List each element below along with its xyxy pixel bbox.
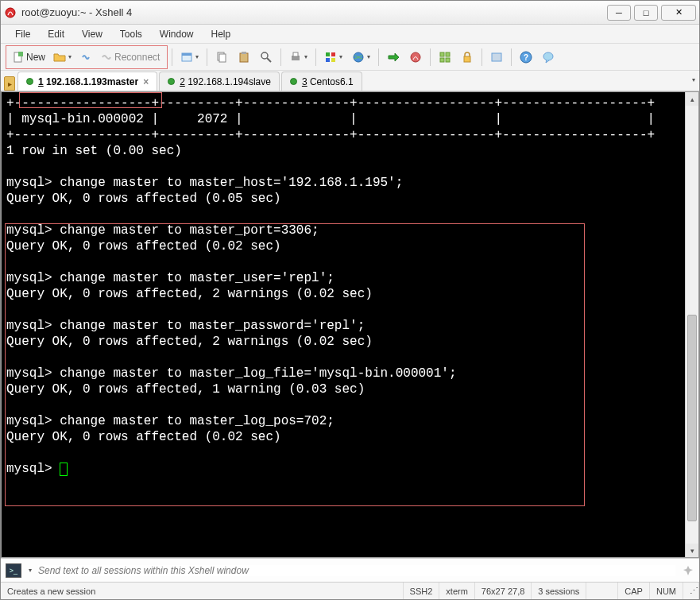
tabbar: ▸ 1 192.168.1.193master×2 192.168.1.194s… [1, 71, 699, 91]
svg-point-0 [6, 8, 15, 17]
properties-button[interactable]: ▾ [176, 48, 203, 67]
xftp-button[interactable] [383, 48, 404, 67]
disconnect-icon [79, 51, 92, 64]
svg-point-9 [261, 52, 268, 59]
encoding-button[interactable]: ▾ [348, 48, 374, 67]
menu-window[interactable]: Window [152, 26, 202, 42]
menubar: File Edit View Tools Window Help [1, 25, 699, 44]
vertical-scrollbar[interactable]: ▴ ▾ [685, 92, 698, 557]
svg-rect-12 [293, 52, 298, 56]
statusbar: Creates a new session SSH2 xterm 76x27 2… [1, 582, 699, 599]
close-button[interactable]: ✕ [661, 5, 696, 21]
help-button[interactable]: ? [516, 48, 536, 67]
dropdown-arrow-icon: ▾ [68, 53, 72, 60]
svg-rect-20 [446, 52, 450, 56]
status-protocol: SSH2 [404, 583, 440, 599]
svg-rect-6 [219, 54, 226, 62]
svg-rect-23 [464, 56, 470, 62]
svg-rect-14 [331, 52, 335, 56]
tab-label: 1 192.168.1.193master [38, 76, 138, 87]
svg-rect-7 [240, 53, 248, 62]
menu-file[interactable]: File [7, 26, 38, 42]
titlebar: root@zuoyu:~ - Xshell 4 ─ □ ✕ [1, 1, 699, 25]
tab-label: 2 192.168.1.194slave [180, 76, 271, 87]
print-icon [289, 51, 302, 64]
fullscreen-button[interactable] [486, 48, 507, 67]
open-button[interactable]: ▾ [49, 48, 75, 67]
session-tab-0[interactable]: 1 192.168.1.193master× [17, 72, 157, 91]
palette-icon [324, 51, 337, 64]
tab-add-handle[interactable]: ▸ [4, 76, 15, 91]
resize-grip[interactable]: ⋰ [683, 583, 699, 599]
balloon-icon [542, 51, 555, 64]
transfer-icon [387, 51, 400, 64]
session-tab-2[interactable]: 3 Centos6.1 [281, 72, 362, 91]
menu-view[interactable]: View [74, 26, 110, 42]
folder-open-icon [53, 51, 66, 64]
tab-close-button[interactable]: × [143, 76, 149, 87]
tab-label: 3 Centos6.1 [302, 76, 354, 87]
feedback-button[interactable] [538, 48, 559, 67]
color-scheme-button[interactable]: ▾ [320, 48, 346, 67]
pin-icon[interactable] [682, 564, 694, 577]
properties-icon [180, 51, 193, 64]
scroll-up-button[interactable]: ▴ [686, 92, 698, 106]
status-hint: Creates a new session [1, 583, 404, 599]
svg-text:?: ? [524, 53, 528, 62]
toolbar: New ▾ Reconnect [1, 44, 699, 71]
copy-button[interactable] [211, 48, 232, 67]
tile-icon [439, 51, 451, 64]
script-button[interactable] [405, 48, 426, 67]
lock-button[interactable] [457, 48, 478, 67]
svg-line-10 [267, 58, 271, 62]
app-icon [4, 6, 17, 19]
scroll-thumb[interactable] [687, 315, 697, 521]
tab-menu-button[interactable]: ▾ [687, 70, 699, 89]
menu-tools[interactable]: Tools [112, 26, 150, 42]
new-file-icon [12, 51, 25, 64]
svg-rect-16 [331, 58, 335, 62]
status-cap: CAP [618, 583, 650, 599]
svg-rect-8 [242, 52, 246, 54]
reconnect-button[interactable]: Reconnect [96, 48, 164, 67]
status-terminal-type: xterm [439, 583, 475, 599]
maximize-button[interactable]: □ [634, 5, 658, 21]
svg-rect-19 [440, 52, 444, 56]
status-num: NUM [650, 583, 683, 599]
svg-rect-22 [446, 58, 450, 62]
compose-input[interactable] [38, 565, 675, 576]
lock-icon [461, 51, 474, 64]
svg-rect-2 [18, 52, 23, 56]
status-dot-icon [168, 78, 175, 85]
find-button[interactable] [256, 48, 277, 67]
fullscreen-icon [490, 51, 503, 64]
new-session-button[interactable]: New [8, 48, 49, 67]
compose-icon[interactable]: >_ [6, 563, 21, 578]
terminal-area[interactable]: +------------------+----------+---------… [1, 91, 699, 558]
compose-bar: >_ ▾ [1, 558, 699, 582]
svg-point-27 [543, 52, 553, 60]
minimize-button[interactable]: ─ [607, 5, 631, 21]
svg-rect-24 [492, 53, 501, 61]
session-tab-1[interactable]: 2 192.168.1.194slave [159, 72, 280, 91]
svg-rect-4 [182, 53, 191, 56]
copy-icon [215, 51, 228, 64]
help-icon: ? [520, 51, 532, 64]
status-sessions: 3 sessions [532, 583, 586, 599]
print-button[interactable]: ▾ [285, 48, 311, 67]
search-icon [260, 51, 273, 64]
menu-edit[interactable]: Edit [40, 26, 72, 42]
script-icon [409, 51, 422, 64]
scroll-down-button[interactable]: ▾ [686, 544, 698, 557]
disconnect-button[interactable] [75, 48, 96, 67]
tile-button[interactable] [435, 48, 455, 67]
reconnect-icon [100, 51, 113, 64]
compose-dropdown-icon[interactable]: ▾ [29, 567, 32, 574]
status-dot-icon [290, 78, 297, 85]
paste-button[interactable] [234, 48, 254, 67]
svg-rect-13 [326, 52, 330, 56]
status-size: 76x27 27,8 [475, 583, 532, 599]
svg-rect-15 [326, 58, 330, 62]
svg-rect-21 [440, 58, 444, 62]
menu-help[interactable]: Help [203, 26, 239, 42]
